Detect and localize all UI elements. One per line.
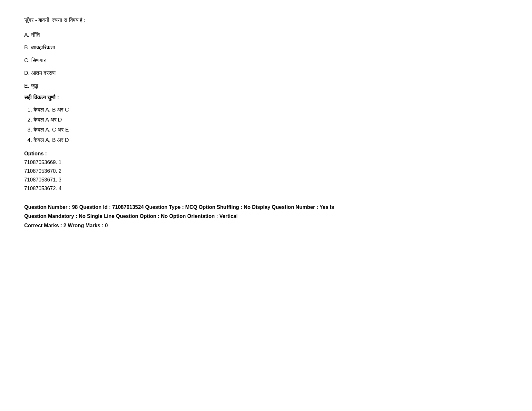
options-section-label: Options : — [24, 151, 508, 157]
option-d-label: D. — [24, 70, 31, 76]
metadata-line3: Correct Marks : 2 Wrong Marks : 0 — [24, 221, 508, 230]
question-text: 'डूँगर - बावनी' रचना रा विषय है : — [24, 16, 508, 24]
numbered-option-4: 4. केवल A, B अर D — [27, 136, 508, 144]
option-e-label: E. — [24, 83, 31, 89]
options-list: A. नींति B. व्यावहारिकता C. सिंणगार D. आ… — [24, 31, 508, 90]
option-c: C. सिंणगार — [24, 56, 508, 65]
numbered-option-1: 1. केवल A, B अर C — [27, 105, 508, 114]
option-a-text: नींति — [31, 32, 40, 38]
options-section: Options : 71087053669. 1 71087053670. 2 … — [24, 151, 508, 193]
option-id-1: 71087053669. 1 — [24, 158, 508, 167]
option-a: A. नींति — [24, 31, 508, 39]
metadata-section: Question Number : 98 Question Id : 71087… — [24, 203, 508, 230]
option-b: B. व्यावहारिकता — [24, 44, 508, 52]
metadata-line2: Question Mandatory : No Single Line Ques… — [24, 212, 508, 221]
option-id-4: 71087053672. 4 — [24, 184, 508, 193]
question-container: 'डूँगर - बावनी' रचना रा विषय है : A. नीं… — [24, 16, 508, 230]
option-id-2: 71087053670. 2 — [24, 167, 508, 175]
option-d-text: आतम दरसण — [31, 70, 56, 76]
option-c-label: C. — [24, 57, 31, 64]
select-correct-label: सही विकल्प चुणौ : — [24, 94, 508, 101]
option-a-label: A. — [24, 32, 31, 38]
numbered-options-list: 1. केवल A, B अर C 2. केवल A अर D 3. केवल… — [24, 105, 508, 144]
option-b-label: B. — [24, 44, 31, 51]
option-e-text: जुद्ध — [31, 83, 38, 89]
option-c-text: सिंणगार — [31, 57, 46, 64]
option-id-3: 71087053671. 3 — [24, 175, 508, 184]
numbered-option-3: 3. केवल A, C अर E — [27, 125, 508, 134]
numbered-option-2: 2. केवल A अर D — [27, 115, 508, 124]
metadata-line1: Question Number : 98 Question Id : 71087… — [24, 203, 508, 212]
option-e: E. जुद्ध — [24, 82, 508, 90]
option-d: D. आतम दरसण — [24, 69, 508, 77]
option-b-text: व्यावहारिकता — [31, 44, 55, 51]
